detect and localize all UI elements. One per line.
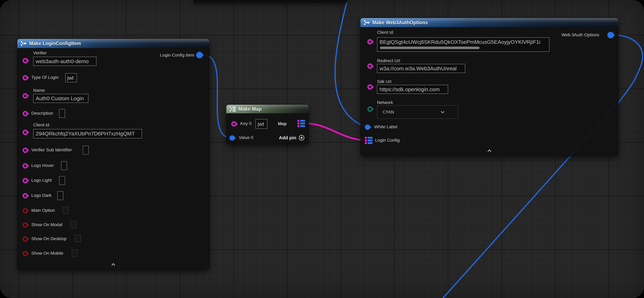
checkbox-show-on-modal[interactable] [70, 221, 76, 228]
node-title: Make Web3AuthOptions [372, 20, 428, 26]
pin-login-config[interactable] [365, 137, 372, 144]
pin-show-on-mobile[interactable] [22, 251, 28, 256]
output-pin-map[interactable] [297, 120, 305, 127]
pin-logo-hover[interactable] [22, 163, 28, 168]
pin-label-logo-dark: Logo Dark [31, 193, 52, 198]
add-pin-label: Add pin [279, 135, 296, 140]
pin-label-name: Name [33, 88, 45, 93]
pin-label-client-id: Client Id [377, 30, 393, 35]
pin-label-verifier: Verifier [33, 50, 47, 56]
pin-client-id[interactable] [22, 130, 28, 135]
pin-show-on-modal[interactable] [22, 222, 28, 228]
chevron-down-icon [440, 111, 445, 113]
pin-label-sdk-url: Sdk Url [377, 79, 391, 84]
node-make-web3authoptions-header[interactable]: Make Web3AuthOptions [360, 18, 618, 27]
pin-verifier-sub-identifier[interactable] [22, 148, 28, 153]
output-pin-label: Map [278, 121, 286, 126]
field-client-id[interactable]: BEglQSgt4cUWcj6SKRdu5QkOXTsePmMcusG5EAoy… [377, 38, 550, 52]
pin-show-on-desktop[interactable] [22, 236, 28, 242]
pin-name[interactable] [22, 93, 28, 98]
pin-main-option[interactable] [22, 208, 28, 213]
collapse-node-button[interactable] [111, 263, 116, 266]
field-client-id-text: BEglQSgt4cUWcj6SKRdu5QkOXTsePmMcusG5EAoy… [380, 39, 540, 45]
graph-canvas[interactable]: Make LoginConfigItem Login Config Item V… [0, 0, 644, 298]
pin-label-type-of-login: Type Of Login [31, 75, 58, 80]
node-make-web3authoptions[interactable]: Make Web3AuthOptions Web 3Auth Options C… [360, 18, 618, 156]
pin-key-0[interactable] [231, 121, 236, 126]
pin-label-show-on-mobile: Show On Mobile [31, 251, 63, 256]
checkbox-show-on-desktop[interactable] [75, 235, 81, 242]
network-dropdown[interactable]: CYAN [377, 105, 458, 119]
pin-label-value-0: Value 0 [239, 135, 253, 140]
field-logo-light[interactable] [59, 176, 65, 185]
pin-label-redirect-url: Redirect Url [377, 58, 400, 63]
node-make-loginconfigitem-header[interactable]: Make LoginConfigItem [17, 39, 209, 48]
output-pin-login-config-item[interactable] [196, 52, 203, 58]
pin-value-0[interactable] [230, 135, 235, 140]
output-pin-label: Web 3Auth Options [562, 32, 599, 38]
checkbox-main-option[interactable] [63, 207, 68, 214]
field-verifier[interactable]: web3auth-auth0-demo [33, 57, 96, 66]
field-type-of-login[interactable]: jwt [65, 73, 77, 82]
pin-label-network: Network [377, 100, 393, 105]
pin-redirect-url[interactable] [367, 64, 373, 69]
pin-label-show-on-modal: Show On Modal [31, 222, 62, 227]
pin-logo-light[interactable] [22, 178, 28, 183]
add-pin-icon [298, 135, 305, 141]
field-client-id[interactable]: 294QRkchfq2YaXUbPri7D6PH7xzHgQMT [33, 129, 142, 138]
make-struct-icon [20, 40, 27, 46]
pin-label-main-option: Main Option [31, 208, 55, 213]
node-title: Make Map [238, 106, 262, 112]
node-make-loginconfigitem[interactable]: Make LoginConfigItem Login Config Item V… [17, 39, 209, 270]
make-struct-icon [364, 20, 370, 26]
pin-label-white-label: White Label [374, 124, 397, 129]
pin-type-of-login[interactable] [22, 75, 28, 80]
make-container-icon [230, 106, 236, 112]
field-description[interactable] [59, 109, 65, 118]
node-title: Make LoginConfigItem [29, 41, 81, 46]
field-sdk-url[interactable]: https://sdk.openlogin.com [377, 85, 448, 94]
wire-map-to-loginconfig[interactable] [306, 124, 366, 140]
pin-client-id[interactable] [367, 39, 373, 44]
pin-verifier[interactable] [22, 58, 28, 63]
pin-label-show-on-desktop: Show On Desktop [31, 236, 66, 241]
wire-top-to-whitelabel[interactable] [335, 0, 365, 126]
blueprint-editor-viewport: Make LoginConfigItem Login Config Item V… [0, 0, 644, 298]
field-client-id-scrollbar[interactable] [380, 46, 480, 49]
pin-network[interactable] [367, 106, 373, 112]
output-pin-label: Login Config Item [160, 53, 194, 58]
add-pin-button[interactable]: Add pin [279, 135, 305, 141]
pin-sdk-url[interactable] [367, 84, 373, 90]
pin-white-label[interactable] [365, 124, 370, 130]
pin-label-login-config: Login Config [375, 138, 400, 143]
pin-label-logo-light: Logo Light [31, 178, 52, 183]
output-pin-web3auth-options[interactable] [607, 32, 614, 38]
node-make-map-header[interactable]: Make Map [226, 105, 309, 113]
field-name[interactable]: Auth0 Custom Login [33, 94, 88, 103]
field-verifier-sub-identifier[interactable] [83, 146, 89, 154]
pin-logo-dark[interactable] [22, 193, 28, 198]
pin-label-key-0: Key 0 [240, 121, 252, 126]
node-make-map[interactable]: Make Map Key 0 jwt Map Value 0 Add pin [226, 105, 309, 144]
pin-label-description: Description [31, 111, 53, 116]
pin-label-logo-hover: Logo Hover [31, 163, 54, 168]
checkbox-show-on-mobile[interactable] [72, 250, 78, 257]
pin-description[interactable] [22, 111, 28, 116]
offscreen-node-bottom-edge[interactable] [193, 0, 348, 3]
pin-label-verifier-sub-identifier: Verifier Sub Identifier [31, 148, 72, 152]
field-logo-hover[interactable] [61, 161, 67, 170]
network-dropdown-value: CYAN [383, 110, 394, 114]
pin-label-client-id: Client Id [33, 122, 49, 128]
field-logo-dark[interactable] [57, 191, 63, 200]
field-key-0[interactable]: jwt [256, 119, 267, 129]
field-redirect-url[interactable]: w3a://com.w3a.Web3AuthUnreal [377, 64, 465, 73]
collapse-node-button[interactable] [487, 149, 492, 152]
